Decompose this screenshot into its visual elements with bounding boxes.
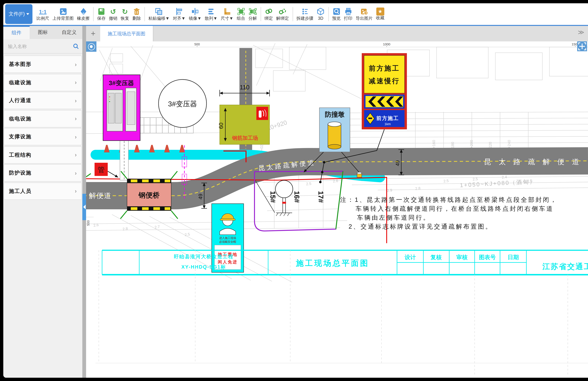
- toolbar-preview-button[interactable]: 预览: [331, 4, 342, 24]
- drawing-canvas[interactable]: 500 1000 1500 500: [86, 42, 588, 378]
- svg-text:2.5: 2.5: [184, 232, 190, 237]
- svg-text:500: 500: [86, 220, 90, 226]
- toolbar-save-button[interactable]: 保存: [96, 4, 107, 24]
- rebar-yard[interactable]: 60 钢筋加工场: [218, 105, 270, 144]
- mirror-icon: [191, 7, 199, 16]
- toolbar-separator: [328, 7, 329, 21]
- chevron-right-icon: ›: [75, 97, 77, 104]
- chevron-right-icon: ›: [75, 79, 77, 85]
- search-icon[interactable]: [73, 43, 79, 49]
- svg-text:减速慢行: 减速慢行: [369, 77, 400, 85]
- toolbar-separator: [292, 7, 293, 21]
- svg-text:昆 太 路 疏 解 便 道: 昆 太 路 疏 解 便 道: [484, 158, 582, 166]
- collapse-tabs-icon[interactable]: ≫: [578, 29, 584, 36]
- toolbar-print-button[interactable]: 打印: [342, 4, 354, 24]
- svg-text:设计: 设计: [404, 254, 416, 260]
- sidebar-item-protection-facilities[interactable]: 防护设施›: [4, 164, 82, 182]
- svg-text:49: 49: [198, 194, 203, 199]
- file-menu-caret-icon: [26, 13, 29, 15]
- build-steps-icon: [301, 7, 309, 16]
- svg-text:3#变压器: 3#变压器: [168, 100, 197, 108]
- bullseye-icon: [88, 43, 95, 50]
- scale-1-1-icon: 1:1: [39, 7, 46, 16]
- svg-text:闲人免进: 闲人免进: [218, 259, 238, 264]
- svg-text:钢便桥: 钢便桥: [138, 191, 160, 199]
- toolbar-scatter-button[interactable]: 散列▼: [203, 4, 219, 24]
- toolbar-delete-button[interactable]: 删除: [131, 4, 143, 24]
- toolbar-align-button[interactable]: 对齐▼: [171, 4, 187, 24]
- svg-text:2.8: 2.8: [122, 226, 128, 231]
- component-category-list: 基本图形› 临建设施› 人行通道› 临电设施› 支撑设施› 工程结构› 防护设施…: [3, 54, 82, 202]
- search-input[interactable]: [7, 43, 71, 49]
- toolbar-mirror-button[interactable]: 镜像▼: [187, 4, 203, 24]
- sidebar-item-construction-workers[interactable]: 施工人员›: [4, 182, 82, 200]
- transformer-circle-label[interactable]: 3#变压器: [159, 80, 207, 127]
- toolbar-scale-button[interactable]: 1:1 比例尺: [35, 4, 51, 24]
- sidebar-tab-components[interactable]: 组件: [3, 26, 30, 39]
- svg-text:复核: 复核: [430, 254, 442, 260]
- toolbar-bind-button[interactable]: 绑定: [263, 4, 274, 24]
- sidebar-item-engineering-structures[interactable]: 工程结构›: [4, 146, 82, 164]
- svg-text:2.7: 2.7: [154, 225, 160, 230]
- title-block: 盱眙县淮河大桥改造工程 XY-HHDQ-SG1标 施工现场总平面图 设计 复核 …: [96, 250, 588, 376]
- svg-text:盱眙县淮河大桥改造工程: 盱眙县淮河大桥改造工程: [174, 254, 233, 259]
- paste-offset-icon: [155, 7, 163, 16]
- svg-text:注：1、昆太路第一次交通转换将线路起点至桥梁终点段全部封闭，: 注：1、昆太路第一次交通转换将线路起点至桥梁终点段全部封闭，: [340, 196, 558, 203]
- svg-text:1km: 1km: [385, 122, 391, 126]
- svg-text:15#: 15#: [269, 191, 277, 203]
- canvas-origin-button[interactable]: [86, 42, 96, 52]
- toolbar-3d-button[interactable]: 3D: [315, 4, 326, 24]
- svg-text:2.5: 2.5: [472, 177, 478, 181]
- toolbar-ungroup-button[interactable]: 分解: [247, 4, 258, 24]
- svg-text:16#: 16#: [293, 191, 301, 203]
- main-area: 组件 图标 自定义 基本图形› 临建设施› 人行通道› 临电设施› 支撑设施› …: [3, 25, 588, 378]
- pipe-label-box[interactable]: 管: [95, 163, 118, 177]
- collapse-left-panel-button[interactable]: [82, 194, 86, 220]
- toolbar-group-button[interactable]: 组合: [235, 4, 247, 24]
- print-icon: [344, 7, 352, 16]
- chainage-text: 1+050~KJ+080（酒甸）: [460, 178, 536, 188]
- toolbar-paste-offset-button[interactable]: 粘贴偏移▼: [147, 4, 171, 24]
- svg-text:防撞墩: 防撞墩: [325, 111, 345, 118]
- svg-text:前方施工: 前方施工: [369, 64, 400, 72]
- svg-text:3#变压器: 3#变压器: [109, 80, 134, 86]
- svg-text:17#: 17#: [317, 191, 325, 203]
- sidebar-item-pedestrian-passage[interactable]: 人行通道›: [4, 92, 82, 109]
- chevron-right-icon: ›: [75, 169, 77, 176]
- sidebar-item-temp-facilities[interactable]: 临建设施›: [4, 74, 82, 91]
- toolbar-undo-button[interactable]: ↺ 撤销: [107, 4, 119, 24]
- document-tabbar: + 施工现场总平面图 ≫: [86, 26, 588, 42]
- toolbar-separator: [93, 7, 94, 21]
- sidebar-search: [3, 39, 82, 54]
- site-plan-svg: 500 1000 1500 500: [86, 42, 588, 377]
- fit-view-button[interactable]: [577, 42, 587, 51]
- worker-safety-sign[interactable]: 进入施工现场 必须戴安全帽 施工重地 闲人免进: [212, 204, 244, 272]
- svg-text:1000: 1000: [383, 42, 390, 46]
- transformer-area[interactable]: 3#变压器: [103, 75, 140, 141]
- toolbar-favorite-button[interactable]: ★ 收藏: [374, 4, 386, 24]
- sidebar-tab-icons[interactable]: 图标: [30, 26, 56, 39]
- scatter-icon: [207, 7, 215, 16]
- toolbar-dimension-button[interactable]: 尺寸▼: [219, 4, 235, 24]
- toolbar-build-steps-button[interactable]: 拆建步骤: [295, 4, 315, 24]
- file-menu-button[interactable]: 文件(F): [5, 4, 32, 24]
- sidebar-item-basic-shapes[interactable]: 基本图形›: [4, 56, 82, 73]
- svg-text:管: 管: [98, 166, 105, 174]
- toolbar-upload-background-button[interactable]: 上传背景图: [51, 4, 75, 24]
- toolbar-eraser-button[interactable]: 橡皮擦: [75, 4, 91, 24]
- document-tab-active[interactable]: 施工现场总平面图: [100, 26, 153, 42]
- svg-text:XY-HHDQ-SG1标: XY-HHDQ-SG1标: [181, 264, 226, 270]
- svg-text:60: 60: [218, 123, 224, 129]
- sidebar-item-temp-power[interactable]: 临电设施›: [4, 110, 82, 127]
- svg-text:进入施工现场: 进入施工现场: [219, 236, 236, 239]
- toolbar-redo-button[interactable]: ↻ 恢复: [119, 4, 131, 24]
- sidebar-tab-custom[interactable]: 自定义: [56, 26, 82, 39]
- toolbar-export-image-button[interactable]: 导出图片: [354, 4, 374, 24]
- delete-trash-icon: [133, 7, 141, 16]
- left-panel-divider: [82, 26, 86, 378]
- file-menu-label: 文件(F): [9, 11, 25, 17]
- upload-background-icon: [59, 7, 67, 16]
- toolbar-unbind-button[interactable]: 解绑定: [274, 4, 291, 24]
- new-tab-button[interactable]: +: [86, 26, 100, 42]
- sidebar-item-support-facilities[interactable]: 支撑设施›: [4, 128, 82, 145]
